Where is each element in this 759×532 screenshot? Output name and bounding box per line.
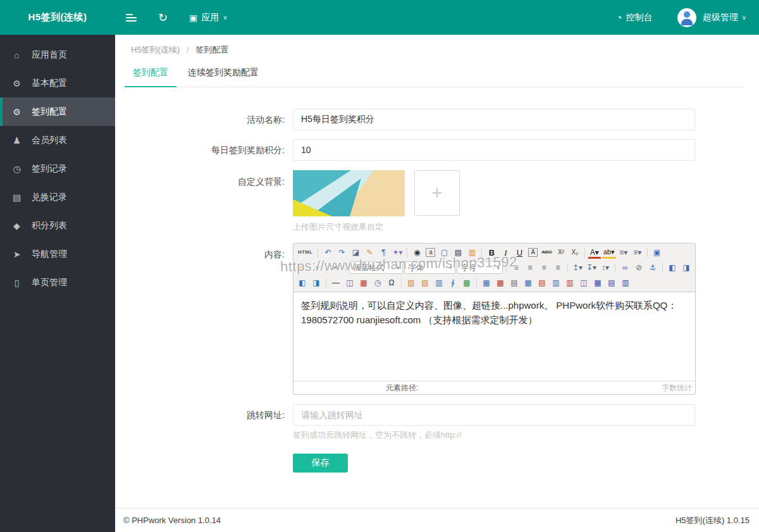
font-family-select[interactable]: 字体 xyxy=(404,261,455,274)
superscript-button[interactable]: X² xyxy=(555,246,567,259)
tab-continuous-reward-config[interactable]: 连续签到奖励配置 xyxy=(180,63,267,87)
redirect-url-input[interactable] xyxy=(293,404,695,426)
align-left-button[interactable]: ≡ xyxy=(510,261,522,274)
sidebar-item-exchange-records[interactable]: ▤ 兑换记录 xyxy=(0,183,115,211)
col-insert-icon[interactable]: ▥ xyxy=(550,276,562,289)
align-justify-button[interactable]: ≡ xyxy=(552,261,564,274)
replace-icon[interactable]: a xyxy=(426,248,435,257)
table-delete-icon[interactable]: ▦ xyxy=(494,276,507,289)
calendar-icon[interactable]: ▦ xyxy=(357,276,370,289)
paste-plain-icon[interactable]: ¶ xyxy=(377,246,390,259)
font-size-select[interactable]: 字号 xyxy=(457,261,503,274)
sidebar-item-app-home[interactable]: ⌂ 应用首页 xyxy=(0,40,115,69)
quick-format-icon[interactable]: ✎ xyxy=(363,246,376,259)
unlink-icon[interactable]: ⊘ xyxy=(632,261,645,274)
app-menu-button[interactable]: ▣ 应用 ∨ xyxy=(178,0,238,35)
activity-name-input[interactable] xyxy=(293,109,695,130)
save-button[interactable]: 保存 xyxy=(293,454,348,473)
special-char-icon[interactable]: Ω xyxy=(385,276,398,289)
template-icon[interactable]: ✦▾ xyxy=(391,246,404,259)
html-source-button[interactable]: HTML xyxy=(296,246,314,259)
user-menu-button[interactable]: 超级管理 ∨ xyxy=(703,12,759,23)
album-icon[interactable]: ▩ xyxy=(460,276,473,289)
undo-icon[interactable]: ↶ xyxy=(321,246,334,259)
outdent-button[interactable]: ↥▾ xyxy=(571,261,584,274)
col-delete-icon[interactable]: ▥ xyxy=(564,276,576,289)
breadcrumb: H5签到(连续) / 签到配置 xyxy=(115,35,759,56)
sidebar-item-signin-config[interactable]: ⚙ 签到配置 xyxy=(0,97,115,126)
print-icon[interactable]: ▤ xyxy=(452,246,464,259)
toolbar-separator xyxy=(407,248,407,257)
line-height-button[interactable]: ↕▾ xyxy=(599,261,612,274)
screen-capture-icon[interactable]: ✂ xyxy=(330,261,342,274)
page-break-icon[interactable]: ◫ xyxy=(343,276,356,289)
console-button[interactable]: ◔ 控制台 xyxy=(606,0,663,35)
footer-version-right: H5签到(连续) 1.0.15 xyxy=(676,515,750,526)
sidebar-item-signin-records[interactable]: ◷ 签到记录 xyxy=(0,154,115,183)
image-upload-icon[interactable]: ▨ xyxy=(419,276,431,289)
ordered-list-button[interactable]: ≡▾ xyxy=(617,246,630,259)
paint-icon[interactable]: ◑ xyxy=(310,261,323,274)
subscript-button[interactable]: X₂ xyxy=(569,246,581,259)
unordered-list-button[interactable]: ≡▾ xyxy=(631,246,644,259)
editor-content-area[interactable]: 签到规则说明，可以自定义内容、图像、超链接...phpwork。 PHPwork… xyxy=(293,292,695,381)
avatar[interactable] xyxy=(677,8,696,27)
row-delete-icon[interactable]: ▤ xyxy=(536,276,548,289)
paragraph-format-select[interactable]: 段落格式 xyxy=(349,261,403,274)
bold-button[interactable]: B xyxy=(485,246,498,259)
font-color-button[interactable]: A▾ xyxy=(588,248,601,259)
sidebar-item-member-list[interactable]: ♟ 会员列表 xyxy=(0,126,115,154)
editor-statusbar: 元素路径: 字数统计 xyxy=(293,381,695,394)
anchor-icon[interactable]: ⚓ xyxy=(646,261,659,274)
split-rows-icon[interactable]: ▤ xyxy=(605,276,618,289)
underline-button[interactable]: U xyxy=(513,246,526,259)
horizontal-rule-icon[interactable]: — xyxy=(330,276,342,289)
image-icon[interactable]: ▧ xyxy=(405,276,417,289)
find-icon[interactable]: ◉ xyxy=(410,246,423,259)
new-document-icon[interactable]: ▢ xyxy=(438,246,450,259)
toolbar-separator xyxy=(662,263,663,273)
italic-button[interactable]: I xyxy=(499,246,512,259)
cell-prop-icon[interactable]: ◫ xyxy=(577,276,590,289)
paste-icon[interactable]: ▥ xyxy=(466,246,478,259)
paragraph-indent-icon[interactable]: ◧ xyxy=(296,276,309,289)
sidebar-item-points-list[interactable]: ◆ 积分列表 xyxy=(0,211,115,240)
clock-icon[interactable]: ◷ xyxy=(371,276,384,289)
format-eraser-icon[interactable]: ◪ xyxy=(349,246,362,259)
blockquote-icon[interactable]: ◧ xyxy=(666,261,679,274)
sidebar-item-basic-config[interactable]: ⚙ 基本配置 xyxy=(0,69,115,97)
daily-points-input[interactable] xyxy=(293,139,695,161)
upload-image-button[interactable]: + xyxy=(414,170,460,216)
highlight-button[interactable]: ab▾ xyxy=(602,248,616,259)
table-prop-icon[interactable]: ▤ xyxy=(508,276,521,289)
redo-icon[interactable]: ↷ xyxy=(335,246,348,259)
attachment-icon[interactable]: ∮ xyxy=(447,276,459,289)
hamburger-icon xyxy=(126,14,137,22)
tab-signin-config[interactable]: 签到配置 xyxy=(125,63,176,87)
indent-block-icon[interactable]: ◨ xyxy=(680,261,693,274)
sidebar-item-label: 签到配置 xyxy=(32,106,67,118)
emoticon-icon[interactable]: ☺ xyxy=(296,261,309,274)
form-row-background: 自定义背景: + xyxy=(115,170,759,233)
toolbar-separator xyxy=(476,278,477,288)
paragraph-center-icon[interactable]: ◨ xyxy=(310,276,323,289)
table-icon[interactable]: ▦ xyxy=(480,276,493,289)
align-right-button[interactable]: ≡ xyxy=(538,261,550,274)
sidebar-item-nav-manage[interactable]: ➤ 导航管理 xyxy=(0,240,115,268)
fullscreen-button[interactable]: ▣ xyxy=(651,246,663,259)
background-image-preview[interactable] xyxy=(293,170,405,216)
indent-button[interactable]: ↧▾ xyxy=(585,261,598,274)
merge-cells-icon[interactable]: ▦ xyxy=(591,276,604,289)
refresh-button[interactable]: ↻ xyxy=(147,0,178,35)
collapse-sidebar-button[interactable] xyxy=(115,0,147,35)
split-cols-icon[interactable]: ▥ xyxy=(619,276,632,289)
row-insert-icon[interactable]: ▦ xyxy=(522,276,534,289)
link-icon[interactable]: ∞ xyxy=(619,261,631,274)
sidebar-item-page-manage[interactable]: ▯ 单页管理 xyxy=(0,268,115,297)
font-style-button[interactable]: A xyxy=(528,248,538,257)
word-count-label[interactable]: 字数统计 xyxy=(662,383,692,393)
breadcrumb-parent[interactable]: H5签到(连续) xyxy=(131,45,180,54)
strikethrough-button[interactable]: ABC xyxy=(540,246,553,259)
video-icon[interactable]: ▥ xyxy=(433,276,445,289)
align-center-button[interactable]: ≡ xyxy=(524,261,536,274)
